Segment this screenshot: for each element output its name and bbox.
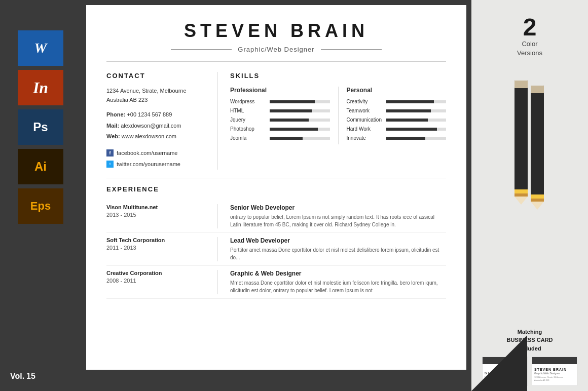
exp-title-3: Graphic & Web Designer xyxy=(230,270,446,277)
twitter-icon: t xyxy=(106,161,114,168)
exp-left-1: Vison Multitune.net 2013 - 2015 xyxy=(106,204,218,228)
sidebar: W In Ps Ai Eps Vol. 15 xyxy=(0,0,81,391)
skills-title: SKILLS xyxy=(230,72,446,80)
svg-rect-3 xyxy=(514,193,528,197)
color-label: ColorVersions xyxy=(517,40,542,58)
exp-dates-3: 2008 - 2011 xyxy=(106,278,207,284)
resume: STEVEN BRAIN Graphic/Web Designer CONTAC… xyxy=(86,5,466,370)
skills-inner: Professional Wordpress HTML Jquery xyxy=(230,87,446,144)
exp-row-1: Vison Multitune.net 2013 - 2015 Senior W… xyxy=(106,200,446,233)
indesign-icon[interactable]: In xyxy=(18,70,63,105)
biz-card-name-2: STEVEN BRAIN xyxy=(534,368,575,371)
exp-right-2: Lead Web Developer Porttitor amet massa … xyxy=(218,237,446,261)
exp-desc-3: Mmet massa Done cporttitor dolor et nisl… xyxy=(230,279,446,294)
experience-section: EXPERIENCE Vison Multitune.net 2013 - 20… xyxy=(106,185,446,299)
exp-company-1: Vison Multitune.net xyxy=(106,204,207,210)
social-twitter: t twitter.com/yourusername xyxy=(106,159,207,170)
sidebar-icons-list: W In Ps Ai Eps xyxy=(0,0,81,391)
personal-skills-title: Personal xyxy=(347,87,447,94)
exp-row-3: Creative Corporation 2008 - 2011 Graphic… xyxy=(106,266,446,299)
word-icon[interactable]: W xyxy=(18,30,63,66)
color-count: 2 xyxy=(517,15,542,40)
resume-header: STEVEN BRAIN Graphic/Web Designer xyxy=(106,20,446,62)
biz-card-subtitle-2: Graphic/Web Designer xyxy=(534,372,575,375)
exp-company-2: Soft Tech Corporation xyxy=(106,237,207,243)
skill-photoshop: Photoshop xyxy=(230,126,330,132)
experience-title: EXPERIENCE xyxy=(106,185,446,193)
contact-web: Web: www.alexdowson.com xyxy=(106,132,207,141)
social-facebook: f facebook.com/username xyxy=(106,147,207,159)
contact-address: 1234 Avenue, Strate, MelbourneAustralia … xyxy=(106,87,207,104)
dark-triangle xyxy=(471,335,527,391)
illustrator-icon[interactable]: Ai xyxy=(18,149,63,184)
exp-left-3: Creative Corporation 2008 - 2011 xyxy=(106,270,218,294)
contact-title: CONTACT xyxy=(106,72,207,80)
svg-rect-6 xyxy=(531,86,544,93)
svg-rect-0 xyxy=(514,81,528,192)
skill-html: HTML xyxy=(230,108,330,113)
contact-column: CONTACT 1234 Avenue, Strate, MelbourneAu… xyxy=(106,72,218,170)
resume-title: Graphic/Web Designer xyxy=(106,46,446,53)
svg-rect-5 xyxy=(531,86,544,197)
professional-skills-title: Professional xyxy=(230,87,330,94)
exp-right-1: Senior Web Developer ontrary to popular … xyxy=(218,204,446,228)
exp-left-2: Soft Tech Corporation 2011 - 2013 xyxy=(106,237,218,261)
color-versions: 2 ColorVersions xyxy=(517,15,542,58)
contact-phone: Phone: +00 1234 567 889 xyxy=(106,110,207,120)
divider xyxy=(106,178,446,178)
svg-marker-4 xyxy=(514,197,528,205)
contact-social: f facebook.com/username t twitter.com/yo… xyxy=(106,147,207,170)
exp-dates-2: 2011 - 2013 xyxy=(106,245,207,251)
svg-rect-1 xyxy=(514,81,528,88)
skill-teamwork: Teamwork xyxy=(347,108,447,113)
exp-company-3: Creative Corporation xyxy=(106,270,207,276)
exp-dates-1: 2013 - 2015 xyxy=(106,212,207,218)
volume-label: Vol. 15 xyxy=(10,372,35,381)
experience-rows: Vison Multitune.net 2013 - 2015 Senior W… xyxy=(106,200,446,299)
exp-row-2: Soft Tech Corporation 2011 - 2013 Lead W… xyxy=(106,233,446,266)
skill-joomla: Joomla xyxy=(230,135,330,141)
svg-rect-7 xyxy=(531,194,544,199)
skills-column: SKILLS Professional Wordpress HTML xyxy=(218,72,446,170)
skill-innovate: Innovate xyxy=(347,135,447,141)
skill-wordpress: Wordpress xyxy=(230,99,330,104)
facebook-icon: f xyxy=(106,149,114,157)
svg-rect-8 xyxy=(531,199,544,202)
business-card-2: STEVEN BRAIN Graphic/Web Designer 1234 A… xyxy=(532,357,577,386)
photoshop-icon[interactable]: Ps xyxy=(18,109,63,145)
biz-card-header-2 xyxy=(532,357,577,364)
main-content: STEVEN BRAIN Graphic/Web Designer CONTAC… xyxy=(81,0,471,391)
skill-jquery: Jquery xyxy=(230,117,330,123)
pencils-illustration xyxy=(489,78,570,220)
exp-desc-2: Porttitor amet massa Done cporttitor dol… xyxy=(230,246,446,261)
pencils-svg xyxy=(489,78,570,220)
eps-icon[interactable]: Eps xyxy=(18,188,63,224)
resume-columns: CONTACT 1234 Avenue, Strate, MelbourneAu… xyxy=(106,72,446,170)
exp-right-3: Graphic & Web Designer Mmet massa Done c… xyxy=(218,270,446,294)
svg-rect-2 xyxy=(514,189,528,193)
exp-desc-1: ontrary to popular belief, Lorem Ipsum i… xyxy=(230,213,446,228)
resume-wrapper: STEVEN BRAIN Graphic/Web Designer CONTAC… xyxy=(86,5,466,370)
contact-mail: Mail: alexdowson@gmail.com xyxy=(106,122,207,131)
svg-marker-9 xyxy=(531,202,544,210)
resume-name: STEVEN BRAIN xyxy=(106,20,446,42)
exp-title-1: Senior Web Developer xyxy=(230,204,446,211)
personal-skills: Personal Creativity Teamwork Communicati… xyxy=(338,87,447,144)
skill-hardwork: Hard Work xyxy=(347,126,447,132)
biz-card-details-2: 1234 Avenue, Strate, MelbourneAustralia … xyxy=(534,376,575,381)
skill-communication: Communication xyxy=(347,117,447,123)
right-panel: 2 ColorVersions Matching BUSINESS CARD I… xyxy=(471,0,588,391)
professional-skills: Professional Wordpress HTML Jquery xyxy=(230,87,338,144)
biz-card-body-2: STEVEN BRAIN Graphic/Web Designer 1234 A… xyxy=(532,364,577,385)
skill-creativity: Creativity xyxy=(347,99,447,104)
exp-title-2: Lead Web Developer xyxy=(230,237,446,244)
